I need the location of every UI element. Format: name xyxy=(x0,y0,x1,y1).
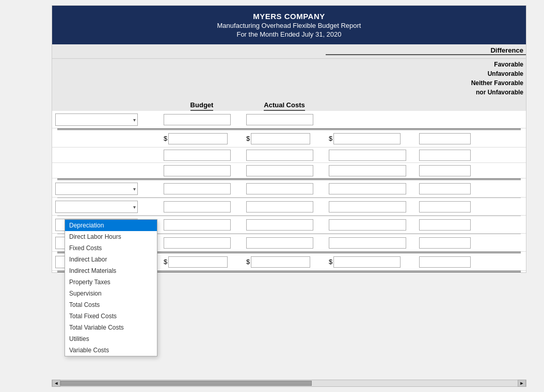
report-date: For the Month Ended July 31, 2020 xyxy=(57,30,521,38)
data-row-dollar: $ $ $ xyxy=(52,130,526,148)
row8-budget-input[interactable] xyxy=(164,237,231,249)
row4-budget-input[interactable] xyxy=(164,165,231,176)
budget-col-header: Budget xyxy=(190,101,214,111)
dd-item-total-variable-costs[interactable]: Total Variable Costs xyxy=(65,322,157,333)
page-wrapper: MYERS COMPANY Manufacturing Overhead Fle… xyxy=(0,0,544,392)
horizontal-scrollbar[interactable]: ◄ ► xyxy=(52,380,526,387)
row9-actual-input[interactable] xyxy=(251,256,310,268)
scroll-track[interactable] xyxy=(60,381,518,386)
row1-select[interactable]: DepreciationDirect Labor HoursFixed Cost… xyxy=(55,113,138,126)
dollar-sign-diff1: $ xyxy=(329,135,332,142)
row7-budget-input[interactable] xyxy=(164,219,231,231)
row4-actual-input[interactable] xyxy=(246,165,313,176)
dollar-sign-budget: $ xyxy=(164,135,167,142)
row6-dropdown-wrapper[interactable]: DepreciationDirect Labor HoursFixed Cost… xyxy=(55,201,138,213)
scroll-left-arrow[interactable]: ◄ xyxy=(52,380,60,387)
row6-actual-input[interactable] xyxy=(246,201,313,213)
data-area: DepreciationDirect Labor HoursFixed Cost… xyxy=(52,111,526,272)
dd-item-property-taxes[interactable]: Property Taxes xyxy=(65,276,157,288)
favorable-label: Favorable xyxy=(326,60,523,69)
row5-diff1-input[interactable] xyxy=(329,183,406,194)
dropdown-overlay[interactable]: Depreciation Direct Labor Hours Fixed Co… xyxy=(65,219,157,356)
row3-budget-input[interactable] xyxy=(164,150,231,161)
data-row-6: DepreciationDirect Labor HoursFixed Cost… xyxy=(52,198,526,216)
row6-diff2-input[interactable] xyxy=(419,201,471,213)
neither-label: Neither Favorable xyxy=(326,78,523,88)
dd-item-depreciation[interactable]: Depreciation xyxy=(65,220,157,231)
row2-diff2-input[interactable] xyxy=(419,133,471,144)
row1-actual-input[interactable] xyxy=(246,114,313,125)
unfavorable-label: Unfavorable xyxy=(326,69,523,78)
row6-select[interactable]: DepreciationDirect Labor HoursFixed Cost… xyxy=(55,201,138,213)
row5-diff2-input[interactable] xyxy=(419,183,471,194)
row5-actual-input[interactable] xyxy=(246,183,313,194)
dd-item-indirect-materials[interactable]: Indirect Materials xyxy=(65,265,157,276)
row6-budget-input[interactable] xyxy=(164,201,231,213)
report-header: MYERS COMPANY Manufacturing Overhead Fle… xyxy=(52,6,526,44)
report-container: MYERS COMPANY Manufacturing Overhead Fle… xyxy=(52,5,526,273)
row7-diff2-input[interactable] xyxy=(419,219,471,231)
row4-diff2-input[interactable] xyxy=(419,165,471,176)
left-arrow-icon: ◄ xyxy=(54,381,59,386)
dd-item-total-fixed-costs[interactable]: Total Fixed Costs xyxy=(65,311,157,322)
row7-diff1-input[interactable] xyxy=(329,219,406,231)
row9-dollar-budget: $ xyxy=(164,258,167,266)
company-title: MYERS COMPANY xyxy=(57,12,521,21)
row9-diff1-input[interactable] xyxy=(333,256,401,268)
row3-actual-input[interactable] xyxy=(246,150,313,161)
row5-budget-input[interactable] xyxy=(164,183,231,194)
row1-budget-input[interactable] xyxy=(164,114,231,125)
data-row-3 xyxy=(52,148,526,163)
report-subtitle: Manufacturing Overhead Flexible Budget R… xyxy=(57,22,521,29)
dd-item-fixed-costs[interactable]: Fixed Costs xyxy=(65,242,157,254)
dd-item-total-costs[interactable]: Total Costs xyxy=(65,299,157,311)
row9-diff2-input[interactable] xyxy=(419,256,471,268)
row8-diff2-input[interactable] xyxy=(419,237,471,249)
row2-diff1-input[interactable] xyxy=(333,133,401,144)
data-row: DepreciationDirect Labor HoursFixed Cost… xyxy=(52,111,526,128)
actual-col-header: Actual Costs xyxy=(264,101,305,111)
row5-select[interactable]: DepreciationDirect Labor HoursFixed Cost… xyxy=(55,183,138,195)
row5-dropdown-wrapper[interactable]: DepreciationDirect Labor HoursFixed Cost… xyxy=(55,183,138,195)
row8-diff1-input[interactable] xyxy=(329,237,406,249)
row2-budget-input[interactable] xyxy=(168,133,228,144)
dd-item-variable-costs[interactable]: Variable Costs xyxy=(65,345,157,356)
row9-dollar-actual: $ xyxy=(246,258,250,266)
data-row-4 xyxy=(52,163,526,178)
row9-budget-input[interactable] xyxy=(168,256,228,268)
row9-dollar-diff1: $ xyxy=(329,258,332,266)
dd-item-direct-labor[interactable]: Direct Labor Hours xyxy=(65,231,157,242)
row8-actual-input[interactable] xyxy=(246,237,313,249)
row4-diff1-input[interactable] xyxy=(329,165,406,176)
row1-dropdown-wrapper[interactable]: DepreciationDirect Labor HoursFixed Cost… xyxy=(55,113,138,126)
row2-actual-input[interactable] xyxy=(251,133,310,144)
row3-diff1-input[interactable] xyxy=(329,150,406,161)
nor-label: nor Unfavorable xyxy=(326,88,523,97)
right-arrow-icon: ► xyxy=(520,381,524,386)
row7-actual-input[interactable] xyxy=(246,219,313,231)
scroll-thumb[interactable] xyxy=(60,381,312,386)
dd-item-indirect-labor[interactable]: Indirect Labor xyxy=(65,254,157,265)
scroll-right-arrow[interactable]: ► xyxy=(518,380,526,387)
difference-label: Difference xyxy=(490,46,523,54)
dollar-sign-actual: $ xyxy=(246,135,250,142)
data-row-5: DepreciationDirect Labor HoursFixed Cost… xyxy=(52,180,526,198)
dd-item-supervision[interactable]: Supervision xyxy=(65,288,157,299)
row3-diff2-input[interactable] xyxy=(419,150,471,161)
row6-diff1-input[interactable] xyxy=(329,201,406,213)
dd-item-utilities[interactable]: Utilities xyxy=(65,333,157,345)
